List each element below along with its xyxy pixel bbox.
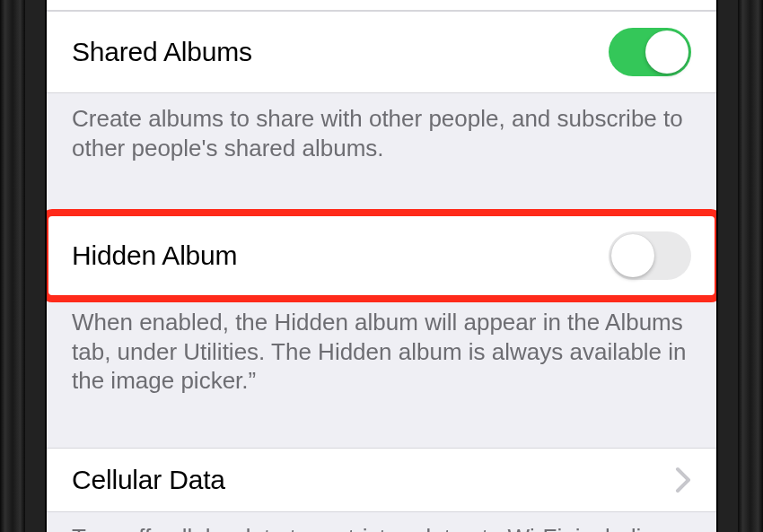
- shared-albums-toggle[interactable]: [609, 28, 691, 76]
- toggle-knob: [611, 234, 654, 277]
- chevron-right-icon: [675, 467, 691, 493]
- bezel-left: [0, 0, 25, 532]
- cellular-data-footer: Turn off cellular data to restrict updat…: [47, 512, 716, 533]
- cellular-data-cell[interactable]: Cellular Data: [47, 448, 716, 512]
- group-spacer: [47, 417, 716, 448]
- bezel-right: [738, 0, 763, 532]
- hidden-album-cell[interactable]: Hidden Album: [47, 214, 716, 297]
- hidden-album-group: Hidden Album: [47, 214, 716, 297]
- device-frame: Shared Albums Create albums to share wit…: [0, 0, 763, 532]
- hidden-album-footer: When enabled, the Hidden album will appe…: [47, 297, 716, 417]
- toggle-knob: [645, 31, 688, 74]
- hidden-album-label: Hidden Album: [72, 240, 237, 271]
- previous-cell-peek: [47, 0, 716, 11]
- settings-screen: Shared Albums Create albums to share wit…: [45, 0, 718, 532]
- shared-albums-footer: Create albums to share with other people…: [47, 93, 716, 184]
- hidden-album-toggle[interactable]: [609, 231, 691, 280]
- cellular-data-label: Cellular Data: [72, 465, 225, 495]
- shared-albums-cell[interactable]: Shared Albums: [47, 11, 716, 93]
- shared-albums-label: Shared Albums: [72, 37, 252, 67]
- group-spacer: [47, 184, 716, 214]
